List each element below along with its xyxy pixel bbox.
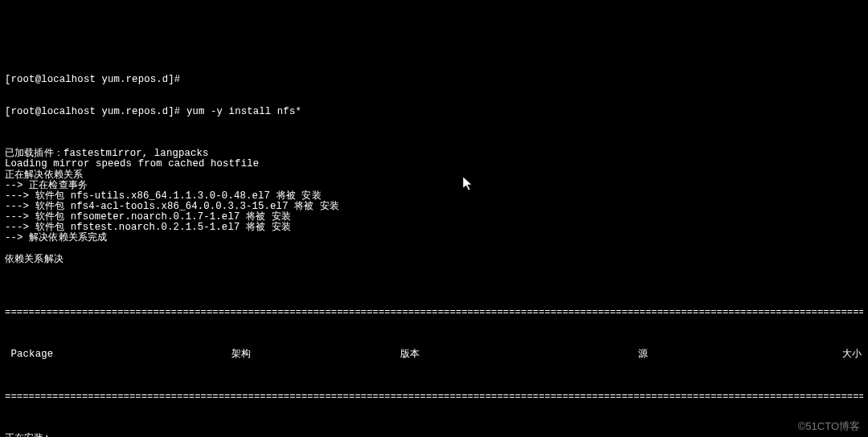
output-line: 正在解决依赖关系 <box>5 170 863 181</box>
typed-command: yum -y install nfs* <box>186 106 301 117</box>
output-line: ---> 软件包 nfs-utils.x86_64.1.1.3.0-0.48.e… <box>5 191 863 202</box>
table-header: Package 架构 版本 源 大小 <box>5 349 863 360</box>
col-version: 版本 <box>400 349 638 360</box>
section-installing: 正在安装: <box>5 434 863 437</box>
col-package: Package <box>5 349 231 360</box>
terminal-output: [root@localhost yum.repos.d]# [root@loca… <box>5 54 863 437</box>
output-line <box>5 244 863 255</box>
watermark: ©51CTO博客 <box>798 421 860 432</box>
output-line: --> 正在检查事务 <box>5 181 863 191</box>
table-hr-top: ========================================… <box>5 308 863 318</box>
col-repo: 源 <box>638 349 799 360</box>
output-line <box>5 265 863 276</box>
command-line[interactable]: [root@localhost yum.repos.d]# yum -y ins… <box>5 107 863 117</box>
output-line: 依赖关系解决 <box>5 255 863 265</box>
col-arch: 架构 <box>231 349 400 360</box>
prompt-line: [root@localhost yum.repos.d]# <box>5 75 863 85</box>
output-line: ---> 软件包 nfstest.noarch.0.2.1.5-1.el7 将被… <box>5 223 863 233</box>
col-size: 大小 <box>799 349 863 360</box>
output-line: Loading mirror speeds from cached hostfi… <box>5 159 863 169</box>
table-hr-mid: ========================================… <box>5 392 863 402</box>
output-line: --> 解决依赖关系完成 <box>5 233 863 243</box>
